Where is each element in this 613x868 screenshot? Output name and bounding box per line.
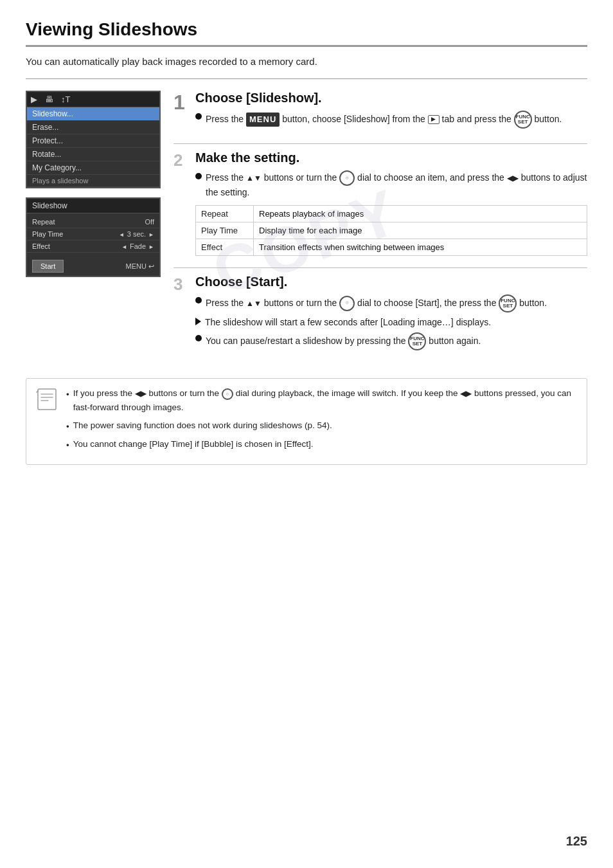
step-3-body: Press the ▲▼ buttons or turn the ○ dial … [195,294,587,351]
playback-tab-icon: ▶ [428,115,440,124]
note-item-2: • The power saving function does not wor… [66,419,578,434]
bullet-circle-icon3 [195,297,202,303]
slideshow-settings-panel: Slideshow Repeat Off Play Time 3 sec. [26,197,161,277]
note-bullet-2: • [66,420,69,434]
table-row-effect: Effect Transition effects when switching… [196,239,587,255]
right-panel: 1 Choose [Slideshow]. Press the MENU but… [173,91,587,365]
start-button: Start [32,260,64,273]
menu-item-rotate: Rotate... [27,148,159,161]
dial-icon-note: ○ [222,388,233,400]
step-1-number: 1 [173,92,189,132]
step-1-bullet-1-text: Press the MENU button, choose [Slideshow… [206,111,562,129]
print-icon: 🖶 [45,95,53,104]
func-set-button-icon3: FUNCSET [408,332,426,350]
step-1-title: Choose [Slideshow]. [195,91,587,105]
table-cell-effect-label: Effect [196,239,254,255]
left-panel: ▶ 🖶 ↕T Slideshow... Erase... Protect... … [26,91,161,365]
step-3-bullet-1: Press the ▲▼ buttons or turn the ○ dial … [195,294,587,312]
section-divider [26,78,587,79]
step-3-bullet-1-text: Press the ▲▼ buttons or turn the ○ dial … [206,294,547,312]
step-3: 3 Choose [Start]. Press the ▲▼ buttons o… [173,275,587,354]
up-down-arrows-icon2: ▲▼ [246,298,262,307]
step-3-bullet-3: You can pause/restart a slideshow by pre… [195,332,587,350]
content-area: ▶ 🖶 ↕T Slideshow... Erase... Protect... … [26,91,587,365]
dial-icon: ○ [339,170,355,186]
step-2-bullet-1: Press the ▲▼ buttons or turn the ○ dial … [195,170,587,200]
menu-back-label: MENU ↩ [126,262,154,271]
note-bullet-1: • [66,388,69,414]
setting-row-playtime: Play Time 3 sec. [27,228,159,240]
func-set-button-icon: FUNCSET [514,111,532,129]
left-right-arrows-icon: ◀▶ [507,174,519,183]
settings-table: Repeat Repeats playback of images Play T… [195,205,587,256]
step-1: 1 Choose [Slideshow]. Press the MENU but… [173,91,587,132]
setting-row-effect: Effect Fade [27,240,159,253]
page-title: Viewing Slideshows [26,19,587,47]
playtime-value: 3 sec. [119,230,154,238]
notes-content: • If you press the ◀▶ buttons or turn th… [66,386,578,456]
table-cell-repeat-label: Repeat [196,205,254,222]
step-3-number: 3 [173,276,189,354]
slideshow-settings: Repeat Off Play Time 3 sec. Effect [27,213,159,255]
note-item-1: • If you press the ◀▶ buttons or turn th… [66,386,578,414]
step-1-2-divider [173,143,587,144]
menu-item-protect: Protect... [27,134,159,148]
effect-value: Fade [121,242,154,250]
note-text-3: You cannot change [Play Time] if [Bubble… [73,437,314,453]
setting-row-repeat: Repeat Off [27,216,159,228]
bullet-circle-icon4 [195,335,202,341]
bullet-circle-icon2 [195,173,202,179]
arrow-right-icon2 [148,242,154,250]
table-row-repeat: Repeat Repeats playback of images [196,205,587,222]
table-cell-playtime-desc: Display time for each image [254,222,587,239]
func-set-button-icon2: FUNCSET [499,294,517,312]
notes-icon [35,388,58,411]
intro-text: You can automatically play back images r… [26,56,587,67]
playback-icon: ▶ [31,95,37,104]
step-3-bullet-3-text: You can pause/restart a slideshow by pre… [206,332,481,350]
step-2-body: Press the ▲▼ buttons or turn the ○ dial … [195,170,587,200]
menu-item-category: My Category... [27,161,159,175]
settings-icon: ↕T [61,95,70,104]
menu-header: ▶ 🖶 ↕T [27,92,159,107]
table-cell-effect-desc: Transition effects when switching betwee… [254,239,587,255]
bullet-triangle-icon [195,318,201,325]
step-1-content: Choose [Slideshow]. Press the MENU butto… [195,91,587,132]
step-2-number: 2 [173,152,189,256]
up-down-arrows-icon: ▲▼ [246,174,262,183]
step-2-3-divider [173,267,587,268]
menu-item-slideshow: Slideshow... [27,107,159,121]
camera-menu-screenshot: ▶ 🖶 ↕T Slideshow... Erase... Protect... … [26,91,161,188]
slideshow-panel-title: Slideshow [27,199,159,213]
notes-section: • If you press the ◀▶ buttons or turn th… [26,378,587,464]
step-3-title: Choose [Start]. [195,275,587,289]
lr-arrows-icon-note: ◀▶ [135,389,147,398]
dial-icon2: ○ [339,296,355,311]
lr-arrows-icon-note2: ◀▶ [460,389,472,398]
step-3-bullet-2-text: The slideshow will start a few seconds a… [205,316,491,330]
menu-button-label: MENU [246,113,280,127]
note-text-2: The power saving function does not work … [73,419,332,434]
arrow-left-icon [119,230,125,238]
arrow-left-icon2 [121,242,127,250]
step-3-bullet-2: The slideshow will start a few seconds a… [195,316,587,330]
step-1-bullet-1: Press the MENU button, choose [Slideshow… [195,111,587,129]
arrow-right-icon [148,230,154,238]
step-1-body: Press the MENU button, choose [Slideshow… [195,111,587,129]
repeat-label: Repeat [32,218,55,226]
step-2-title: Make the setting. [195,150,587,165]
start-btn-row: Start MENU ↩ [27,257,159,276]
step-2-content: Make the setting. Press the ▲▼ buttons o… [195,150,587,256]
step-2: 2 Make the setting. Press the ▲▼ buttons… [173,150,587,256]
repeat-value: Off [145,218,154,226]
menu-item-erase: Erase... [27,121,159,134]
menu-items: Slideshow... Erase... Protect... Rotate.… [27,107,159,187]
note-item-3: • You cannot change [Play Time] if [Bubb… [66,437,578,453]
table-cell-playtime-label: Play Time [196,222,254,239]
step-2-bullet-1-text: Press the ▲▼ buttons or turn the ○ dial … [206,170,587,200]
note-text-1: If you press the ◀▶ buttons or turn the … [73,386,578,414]
effect-label: Effect [32,242,50,250]
playtime-label: Play Time [32,230,63,238]
menu-item-desc: Plays a slideshow [27,175,159,187]
note-bullet-3: • [66,439,69,453]
